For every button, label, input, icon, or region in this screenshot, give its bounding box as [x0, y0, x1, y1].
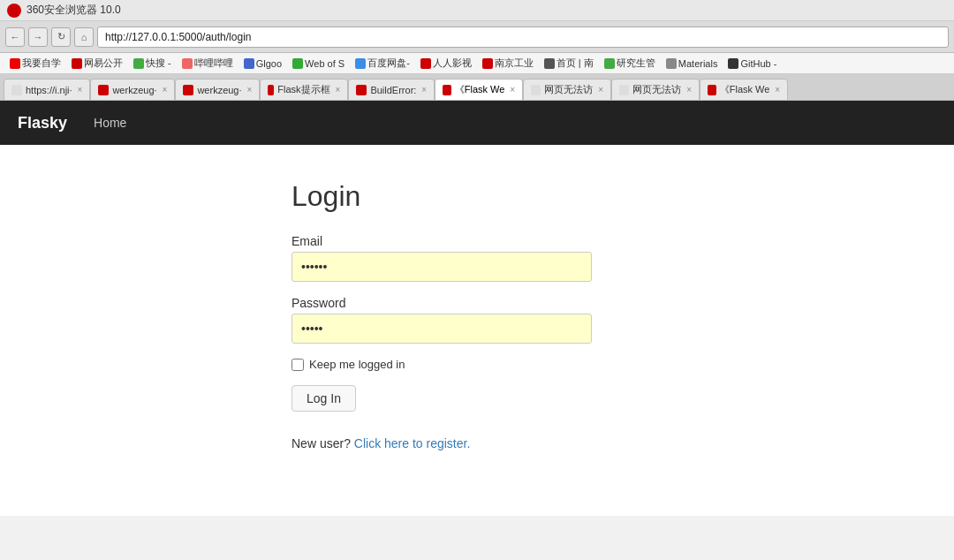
tab-3[interactable]: werkzeug· ×	[175, 79, 260, 100]
email-input[interactable]	[292, 252, 592, 282]
bookmark-item[interactable]: 南京工业	[478, 56, 538, 71]
home-button[interactable]: ⌂	[74, 27, 94, 47]
tab-close-7[interactable]: ×	[598, 85, 603, 95]
browser-titlebar: 360安全浏览器 10.0	[0, 0, 954, 21]
bookmark-item[interactable]: 百度网盘-	[351, 56, 414, 71]
tab-favicon	[619, 85, 629, 95]
bookmark-icon	[544, 58, 555, 69]
app-navbar: Flasky Home	[0, 101, 954, 145]
bookmark-item[interactable]: Web of S	[288, 57, 349, 70]
tab-close-8[interactable]: ×	[686, 85, 692, 95]
bookmark-icon	[482, 58, 493, 69]
tab-favicon	[443, 85, 451, 95]
bookmark-item[interactable]: 研究生管	[600, 56, 660, 71]
refresh-button[interactable]: ↻	[51, 27, 71, 47]
tabs-bar: https://i.nji· × werkzeug· × werkzeug· ×…	[0, 74, 954, 101]
tab-favicon	[11, 85, 22, 95]
tab-close-2[interactable]: ×	[163, 85, 168, 95]
browser-title: 360安全浏览器 10.0	[26, 3, 121, 18]
tab-favicon	[98, 85, 109, 95]
bookmark-item[interactable]: 人人影视	[416, 56, 476, 71]
password-label: Password	[292, 296, 627, 310]
tab-6[interactable]: 《Flask We ×	[435, 79, 523, 100]
tab-1[interactable]: https://i.nji· ×	[4, 79, 90, 100]
bookmark-item[interactable]: Materials	[662, 57, 723, 70]
tab-favicon	[356, 85, 367, 95]
tab-2[interactable]: werkzeug· ×	[90, 79, 175, 100]
email-form-group: Email	[292, 234, 627, 282]
bookmark-icon	[666, 58, 677, 69]
bookmark-icon	[244, 58, 254, 69]
login-button[interactable]: Log In	[292, 385, 356, 412]
bookmark-item[interactable]: Glgoo	[239, 57, 286, 70]
bookmark-icon	[182, 58, 193, 69]
register-text: New user? Click here to register.	[292, 436, 627, 450]
tab-4[interactable]: Flask提示框 ×	[260, 79, 348, 100]
tab-close-5[interactable]: ×	[421, 85, 427, 95]
login-title: Login	[292, 180, 627, 213]
bookmark-icon	[10, 58, 20, 69]
back-button[interactable]: ←	[5, 27, 25, 47]
tab-5[interactable]: BuildError: ×	[348, 79, 435, 100]
forward-button[interactable]: →	[28, 27, 48, 47]
bookmark-item[interactable]: 快搜 -	[129, 56, 176, 71]
tab-close-3[interactable]: ×	[247, 85, 253, 95]
password-form-group: Password	[292, 296, 627, 344]
browser-logo	[7, 4, 21, 18]
bookmark-item[interactable]: 我要自学	[5, 56, 65, 71]
bookmark-icon	[728, 58, 738, 69]
remember-checkbox[interactable]	[292, 359, 304, 371]
register-link[interactable]: Click here to register.	[354, 436, 471, 450]
page-content: Login Email Password Keep me logged in L…	[0, 145, 954, 516]
browser-toolbar: ← → ↻ ⌂	[0, 21, 954, 53]
tab-8[interactable]: 网页无法访 ×	[611, 79, 700, 100]
email-label: Email	[292, 234, 627, 248]
login-container: Login Email Password Keep me logged in L…	[292, 180, 627, 481]
tab-7[interactable]: 网页无法访 ×	[523, 79, 611, 100]
tab-favicon	[708, 85, 716, 95]
tab-close-4[interactable]: ×	[336, 85, 341, 95]
bookmark-item[interactable]: 首页 | 南	[540, 56, 598, 71]
remember-me-group: Keep me logged in	[292, 358, 627, 371]
bookmarks-bar: 我要自学 网易公开 快搜 - 哔哩哔哩 Glgoo Web of S 百度网盘-…	[0, 53, 954, 74]
bookmark-item[interactable]: GitHub -	[723, 57, 781, 70]
address-bar[interactable]	[97, 26, 949, 48]
tab-close-6[interactable]: ×	[510, 85, 515, 95]
bookmark-icon	[420, 58, 431, 69]
tab-favicon	[183, 85, 193, 95]
bookmark-icon	[72, 58, 82, 69]
tab-close-9[interactable]: ×	[775, 85, 780, 95]
bookmark-icon	[133, 58, 144, 69]
bookmark-icon	[355, 58, 366, 69]
tab-favicon	[531, 85, 541, 95]
password-input[interactable]	[292, 314, 592, 344]
bookmark-item[interactable]: 哔哩哔哩	[178, 56, 238, 71]
tab-close-1[interactable]: ×	[78, 85, 83, 95]
bookmark-item[interactable]: 网易公开	[67, 56, 127, 71]
tab-favicon	[268, 85, 274, 95]
bookmark-icon	[292, 58, 303, 69]
tab-9[interactable]: 《Flask We ×	[700, 79, 788, 100]
remember-label: Keep me logged in	[309, 358, 405, 371]
bookmark-icon	[604, 58, 615, 69]
app-brand: Flasky	[18, 114, 67, 132]
nav-link-home[interactable]: Home	[85, 111, 135, 134]
